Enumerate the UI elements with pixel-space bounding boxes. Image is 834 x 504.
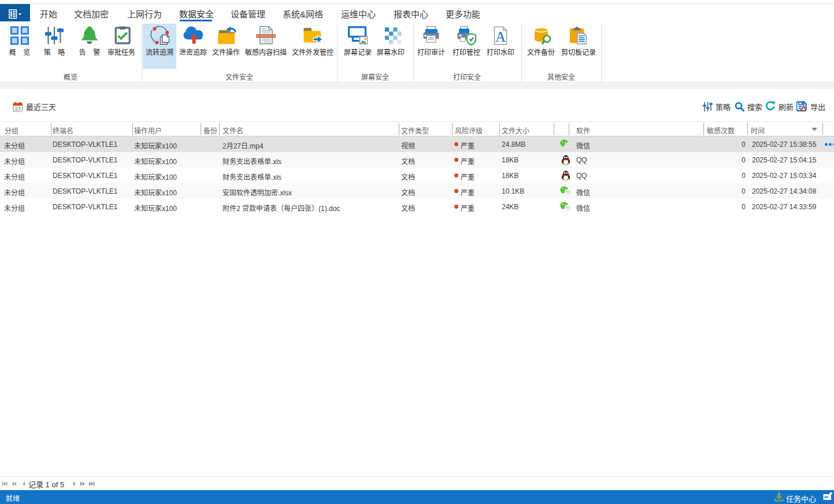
svg-text:23: 23 <box>15 106 21 112</box>
svg-text:A: A <box>495 29 506 45</box>
